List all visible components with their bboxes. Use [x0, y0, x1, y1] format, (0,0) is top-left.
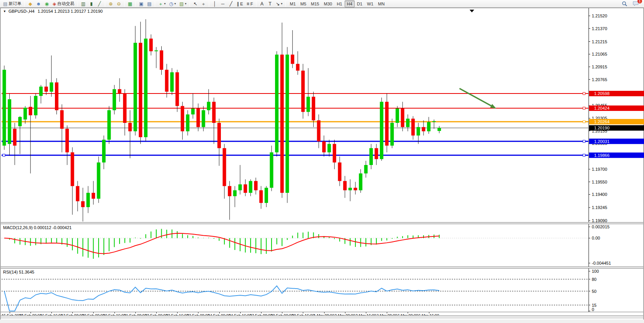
- candle[interactable]: [160, 50, 163, 70]
- candle[interactable]: [270, 152, 273, 188]
- candle[interactable]: [108, 110, 111, 139]
- timeframe-m15-button[interactable]: M15: [309, 0, 321, 7]
- candle[interactable]: [165, 70, 169, 92]
- candle[interactable]: [34, 96, 38, 115]
- chart-shift-marker-icon[interactable]: [470, 10, 474, 12]
- candle[interactable]: [280, 54, 284, 193]
- candle[interactable]: [60, 110, 64, 129]
- tile-windows-button[interactable]: ▣: [137, 0, 145, 7]
- candle[interactable]: [369, 148, 373, 165]
- channel-button[interactable]: ∥E: [235, 0, 244, 7]
- text-button[interactable]: A: [258, 0, 266, 7]
- candle[interactable]: [301, 71, 305, 112]
- candle[interactable]: [375, 148, 378, 159]
- candle[interactable]: [13, 129, 17, 146]
- candle[interactable]: [390, 123, 394, 146]
- candle[interactable]: [333, 144, 336, 163]
- candle[interactable]: [306, 97, 310, 112]
- candle[interactable]: [249, 181, 252, 193]
- arrows-button[interactable]: ↘▾: [274, 0, 284, 7]
- candle[interactable]: [181, 106, 184, 131]
- candle[interactable]: [154, 50, 158, 51]
- timeframe-h1-button[interactable]: H1: [335, 0, 345, 7]
- candle[interactable]: [149, 39, 153, 51]
- candle[interactable]: [8, 99, 11, 144]
- candle[interactable]: [3, 70, 6, 146]
- indicators-button[interactable]: ▦: [126, 0, 134, 7]
- candle[interactable]: [380, 102, 383, 159]
- candle[interactable]: [202, 110, 205, 127]
- profile-button[interactable]: ☻: [34, 0, 43, 7]
- candle[interactable]: [427, 122, 430, 131]
- candle[interactable]: [338, 163, 342, 181]
- candle[interactable]: [217, 123, 221, 148]
- bar-chart-button[interactable]: ▥: [79, 0, 87, 7]
- candle[interactable]: [92, 193, 95, 199]
- candle[interactable]: [437, 128, 441, 131]
- candle[interactable]: [133, 43, 137, 131]
- timeframe-m30-button[interactable]: M30: [321, 0, 334, 7]
- candle[interactable]: [86, 193, 90, 207]
- candle[interactable]: [312, 97, 315, 120]
- search-button[interactable]: [620, 0, 629, 7]
- candle[interactable]: [291, 54, 294, 64]
- cascade-windows-button[interactable]: ▤: [145, 0, 153, 7]
- macd-canvas[interactable]: 0.0020150.00-0.004451: [1, 224, 644, 267]
- candle[interactable]: [244, 184, 247, 193]
- zoom-out-button[interactable]: ⊖: [115, 0, 123, 7]
- text-label-button[interactable]: T: [266, 0, 274, 7]
- candle[interactable]: [265, 188, 268, 203]
- candle[interactable]: [191, 109, 195, 114]
- hline-support-2[interactable]: 1.19866: [2, 153, 644, 158]
- candle[interactable]: [348, 188, 352, 190]
- candle[interactable]: [81, 201, 85, 207]
- candle[interactable]: [76, 186, 79, 201]
- candle[interactable]: [170, 72, 174, 92]
- candle[interactable]: [50, 82, 53, 92]
- hline-resistance-2[interactable]: 1.20424: [2, 105, 644, 111]
- chart-collapse-icon[interactable]: ▼: [3, 10, 6, 13]
- hline-resistance-1[interactable]: 1.20598: [2, 91, 644, 96]
- candle[interactable]: [343, 181, 347, 190]
- candle[interactable]: [322, 141, 326, 152]
- new-order-button[interactable]: ▤新订单: [2, 0, 23, 7]
- candle[interactable]: [406, 119, 410, 127]
- hline-button[interactable]: ─: [219, 0, 227, 7]
- candle[interactable]: [44, 87, 48, 92]
- rsi-canvas[interactable]: 1008050150: [1, 269, 644, 312]
- cursor-button[interactable]: ↖: [191, 0, 199, 7]
- vline-button[interactable]: │: [211, 0, 219, 7]
- candle[interactable]: [39, 87, 43, 96]
- candle[interactable]: [354, 188, 357, 190]
- candle[interactable]: [396, 109, 399, 123]
- candle[interactable]: [238, 184, 242, 190]
- timeframe-m1-button[interactable]: M1: [287, 0, 298, 7]
- candle[interactable]: [411, 119, 415, 136]
- candle[interactable]: [212, 102, 216, 123]
- hline-pivot-orange[interactable]: 1.20264: [2, 119, 644, 124]
- candle[interactable]: [123, 94, 126, 123]
- crosshair-button[interactable]: ＋: [200, 0, 207, 7]
- candle-chart-button[interactable]: ▮: [87, 0, 95, 7]
- candle[interactable]: [328, 144, 331, 153]
- candle[interactable]: [207, 102, 210, 110]
- candle[interactable]: [359, 173, 362, 190]
- candle[interactable]: [139, 43, 142, 137]
- candles[interactable]: [3, 19, 441, 221]
- price-axis[interactable]: 1.215201.213701.212151.210651.209151.207…: [589, 14, 607, 222]
- candle[interactable]: [259, 190, 263, 203]
- candle[interactable]: [71, 152, 74, 186]
- new-chart-button[interactable]: ＋▾: [157, 0, 167, 7]
- candle[interactable]: [29, 107, 32, 116]
- candle[interactable]: [102, 140, 106, 163]
- main-chart-canvas[interactable]: 1.215201.213701.212151.210651.209151.207…: [1, 8, 644, 222]
- candle[interactable]: [24, 108, 27, 120]
- candle[interactable]: [233, 190, 237, 196]
- green-down-arrow[interactable]: [460, 88, 496, 109]
- candle[interactable]: [364, 165, 367, 173]
- candle[interactable]: [18, 117, 22, 126]
- candle[interactable]: [228, 186, 231, 196]
- zoom-in-button[interactable]: ⊕: [107, 0, 114, 7]
- candle[interactable]: [113, 89, 116, 110]
- candle[interactable]: [128, 123, 132, 131]
